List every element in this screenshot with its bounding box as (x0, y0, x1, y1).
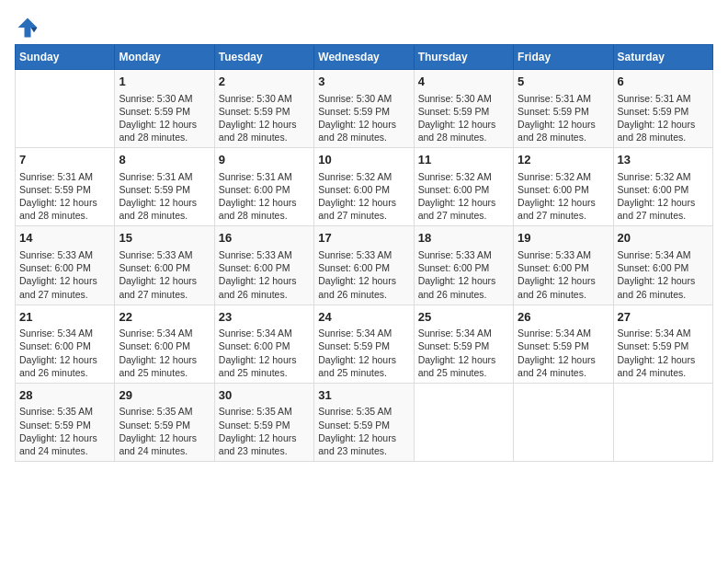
calendar-week-row: 1Sunrise: 5:30 AM Sunset: 5:59 PM Daylig… (16, 70, 713, 148)
cell-info: Sunrise: 5:34 AM Sunset: 5:59 PM Dayligh… (318, 327, 409, 379)
cell-info: Sunrise: 5:33 AM Sunset: 6:00 PM Dayligh… (418, 248, 509, 301)
day-number: 3 (318, 74, 409, 90)
day-number: 12 (518, 152, 609, 168)
calendar-cell: 20Sunrise: 5:34 AM Sunset: 6:00 PM Dayli… (613, 226, 712, 304)
day-number: 7 (19, 152, 110, 168)
day-number: 27 (618, 309, 709, 326)
day-number: 2 (219, 74, 310, 90)
day-number: 21 (19, 309, 110, 326)
calendar-cell: 1Sunrise: 5:30 AM Sunset: 5:59 PM Daylig… (115, 70, 214, 148)
calendar-cell: 14Sunrise: 5:33 AM Sunset: 6:00 PM Dayli… (16, 226, 115, 304)
calendar-cell (514, 383, 613, 461)
calendar-cell (16, 70, 115, 148)
day-number: 13 (618, 152, 709, 168)
calendar-cell: 9Sunrise: 5:31 AM Sunset: 6:00 PM Daylig… (214, 148, 313, 226)
day-number: 29 (119, 387, 210, 404)
cell-info: Sunrise: 5:32 AM Sunset: 6:00 PM Dayligh… (518, 170, 609, 223)
calendar-cell: 29Sunrise: 5:35 AM Sunset: 5:59 PM Dayli… (115, 383, 214, 461)
calendar-cell: 28Sunrise: 5:35 AM Sunset: 5:59 PM Dayli… (16, 383, 115, 461)
col-header-thursday: Thursday (414, 45, 513, 70)
calendar-cell: 21Sunrise: 5:34 AM Sunset: 6:00 PM Dayli… (16, 304, 115, 383)
day-number: 25 (418, 309, 509, 326)
calendar-cell: 3Sunrise: 5:30 AM Sunset: 5:59 PM Daylig… (314, 70, 414, 148)
calendar-cell: 30Sunrise: 5:35 AM Sunset: 5:59 PM Dayli… (214, 383, 313, 461)
calendar-cell: 18Sunrise: 5:33 AM Sunset: 6:00 PM Dayli… (414, 226, 513, 304)
cell-info: Sunrise: 5:34 AM Sunset: 6:00 PM Dayligh… (618, 248, 709, 301)
day-number: 5 (518, 74, 609, 90)
calendar-cell (414, 383, 513, 461)
day-number: 23 (219, 309, 310, 326)
cell-info: Sunrise: 5:30 AM Sunset: 5:59 PM Dayligh… (119, 92, 210, 144)
calendar-cell: 16Sunrise: 5:33 AM Sunset: 6:00 PM Dayli… (214, 226, 313, 304)
day-number: 11 (418, 152, 509, 168)
cell-info: Sunrise: 5:34 AM Sunset: 6:00 PM Dayligh… (119, 327, 210, 379)
cell-info: Sunrise: 5:33 AM Sunset: 6:00 PM Dayligh… (318, 248, 409, 301)
cell-info: Sunrise: 5:34 AM Sunset: 5:59 PM Dayligh… (618, 327, 709, 379)
day-number: 31 (318, 387, 409, 404)
calendar-cell: 2Sunrise: 5:30 AM Sunset: 5:59 PM Daylig… (214, 70, 313, 148)
cell-info: Sunrise: 5:34 AM Sunset: 5:59 PM Dayligh… (518, 327, 609, 379)
calendar-cell: 11Sunrise: 5:32 AM Sunset: 6:00 PM Dayli… (414, 148, 513, 226)
calendar-cell: 10Sunrise: 5:32 AM Sunset: 6:00 PM Dayli… (314, 148, 414, 226)
calendar-week-row: 7Sunrise: 5:31 AM Sunset: 5:59 PM Daylig… (16, 148, 713, 226)
day-number: 14 (19, 230, 110, 247)
logo (15, 15, 44, 40)
cell-info: Sunrise: 5:34 AM Sunset: 5:59 PM Dayligh… (418, 327, 509, 379)
calendar-cell: 19Sunrise: 5:33 AM Sunset: 6:00 PM Dayli… (514, 226, 613, 304)
calendar-cell: 6Sunrise: 5:31 AM Sunset: 5:59 PM Daylig… (613, 70, 712, 148)
cell-info: Sunrise: 5:31 AM Sunset: 5:59 PM Dayligh… (119, 170, 210, 223)
calendar-cell: 8Sunrise: 5:31 AM Sunset: 5:59 PM Daylig… (115, 148, 214, 226)
page-header (15, 15, 713, 40)
day-number: 22 (119, 309, 210, 326)
cell-info: Sunrise: 5:35 AM Sunset: 5:59 PM Dayligh… (318, 405, 409, 457)
day-number: 8 (119, 152, 210, 168)
day-number: 10 (318, 152, 409, 168)
calendar-cell: 23Sunrise: 5:34 AM Sunset: 6:00 PM Dayli… (214, 304, 313, 383)
day-number: 20 (618, 230, 709, 247)
cell-info: Sunrise: 5:31 AM Sunset: 5:59 PM Dayligh… (19, 170, 110, 223)
calendar-week-row: 14Sunrise: 5:33 AM Sunset: 6:00 PM Dayli… (16, 226, 713, 304)
calendar-cell: 17Sunrise: 5:33 AM Sunset: 6:00 PM Dayli… (314, 226, 414, 304)
col-header-monday: Monday (115, 45, 214, 70)
day-number: 15 (119, 230, 210, 247)
cell-info: Sunrise: 5:30 AM Sunset: 5:59 PM Dayligh… (318, 92, 409, 144)
col-header-tuesday: Tuesday (214, 45, 313, 70)
cell-info: Sunrise: 5:32 AM Sunset: 6:00 PM Dayligh… (318, 170, 409, 223)
calendar-header-row: SundayMondayTuesdayWednesdayThursdayFrid… (16, 45, 713, 70)
cell-info: Sunrise: 5:35 AM Sunset: 5:59 PM Dayligh… (219, 405, 310, 457)
cell-info: Sunrise: 5:33 AM Sunset: 6:00 PM Dayligh… (119, 248, 210, 301)
cell-info: Sunrise: 5:32 AM Sunset: 6:00 PM Dayligh… (618, 170, 709, 223)
cell-info: Sunrise: 5:31 AM Sunset: 5:59 PM Dayligh… (518, 92, 609, 144)
calendar-week-row: 21Sunrise: 5:34 AM Sunset: 6:00 PM Dayli… (16, 304, 713, 383)
day-number: 26 (518, 309, 609, 326)
day-number: 6 (618, 74, 709, 90)
cell-info: Sunrise: 5:34 AM Sunset: 6:00 PM Dayligh… (19, 327, 110, 379)
cell-info: Sunrise: 5:31 AM Sunset: 5:59 PM Dayligh… (618, 92, 709, 144)
calendar-cell: 13Sunrise: 5:32 AM Sunset: 6:00 PM Dayli… (613, 148, 712, 226)
calendar-cell: 27Sunrise: 5:34 AM Sunset: 5:59 PM Dayli… (613, 304, 712, 383)
calendar-cell: 26Sunrise: 5:34 AM Sunset: 5:59 PM Dayli… (514, 304, 613, 383)
day-number: 4 (418, 74, 509, 90)
day-number: 19 (518, 230, 609, 247)
day-number: 1 (119, 74, 210, 90)
col-header-friday: Friday (514, 45, 613, 70)
calendar-cell: 15Sunrise: 5:33 AM Sunset: 6:00 PM Dayli… (115, 226, 214, 304)
col-header-wednesday: Wednesday (314, 45, 414, 70)
calendar-cell: 12Sunrise: 5:32 AM Sunset: 6:00 PM Dayli… (514, 148, 613, 226)
cell-info: Sunrise: 5:34 AM Sunset: 6:00 PM Dayligh… (219, 327, 310, 379)
cell-info: Sunrise: 5:31 AM Sunset: 6:00 PM Dayligh… (219, 170, 310, 223)
day-number: 24 (318, 309, 409, 326)
svg-marker-1 (31, 28, 38, 32)
cell-info: Sunrise: 5:30 AM Sunset: 5:59 PM Dayligh… (418, 92, 509, 144)
col-header-saturday: Saturday (613, 45, 712, 70)
cell-info: Sunrise: 5:33 AM Sunset: 6:00 PM Dayligh… (19, 248, 110, 301)
cell-info: Sunrise: 5:33 AM Sunset: 6:00 PM Dayligh… (518, 248, 609, 301)
calendar-cell: 5Sunrise: 5:31 AM Sunset: 5:59 PM Daylig… (514, 70, 613, 148)
day-number: 17 (318, 230, 409, 247)
calendar-cell: 22Sunrise: 5:34 AM Sunset: 6:00 PM Dayli… (115, 304, 214, 383)
calendar-cell (613, 383, 712, 461)
day-number: 9 (219, 152, 310, 168)
logo-icon (15, 15, 40, 40)
cell-info: Sunrise: 5:32 AM Sunset: 6:00 PM Dayligh… (418, 170, 509, 223)
calendar-cell: 25Sunrise: 5:34 AM Sunset: 5:59 PM Dayli… (414, 304, 513, 383)
